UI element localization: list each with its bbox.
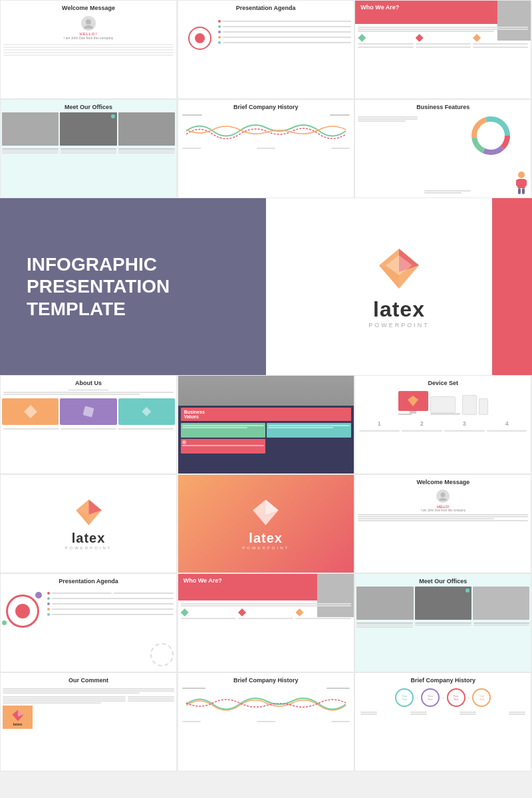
agenda-text — [52, 608, 174, 610]
diamond-icon — [416, 34, 424, 42]
diamond-icon — [473, 34, 481, 42]
outer-circle — [6, 595, 39, 628]
bizvalues-title2: Values — [184, 414, 348, 419]
agenda-inner — [195, 33, 205, 43]
text-line — [356, 624, 413, 626]
svg-point-25 — [439, 498, 447, 501]
diamond-icon — [24, 405, 37, 418]
latex-logo-gradient: latex POWERPOINT — [178, 475, 354, 573]
text-line — [360, 714, 377, 715]
hero-right: latex POWERPOINT — [266, 198, 532, 375]
diamond-icon — [295, 608, 303, 616]
device-num-3: 3 — [463, 420, 466, 427]
text-line — [3, 55, 174, 56]
comment-aside — [128, 696, 174, 702]
who-icons — [358, 34, 528, 49]
step-3: YourText — [447, 688, 466, 707]
slide-pres-agenda-2: Presentation Agenda — [0, 573, 177, 672]
slide-meet-offices: Meet Our Offices — [0, 99, 177, 198]
about-card-purple — [60, 398, 116, 425]
comment-body: latex — [3, 696, 174, 729]
text-line — [358, 516, 528, 517]
text-line — [181, 618, 236, 619]
text-line — [473, 622, 530, 624]
dot-icon — [182, 440, 186, 444]
who-icon-box — [181, 608, 236, 620]
who-icon-box — [238, 608, 293, 620]
text-line — [257, 721, 275, 722]
text-line — [473, 47, 528, 48]
text-line — [2, 148, 59, 150]
text-line — [182, 425, 264, 426]
device-col — [487, 430, 527, 432]
text-line — [3, 700, 126, 702]
phone-icon — [479, 398, 488, 415]
text-line — [460, 714, 476, 715]
welcome2-text — [355, 514, 531, 521]
slide-content-agenda — [178, 13, 354, 98]
office-photo-1 — [2, 112, 59, 146]
agenda-item — [47, 602, 174, 605]
text-line — [487, 430, 527, 432]
logo-text: latex — [373, 297, 425, 322]
laptop-base — [430, 413, 460, 415]
history3-col — [460, 711, 476, 716]
step-2: YourText — [421, 688, 440, 707]
text-line — [460, 712, 476, 713]
slide-content-offices2 — [355, 587, 531, 672]
agenda2-lines — [47, 592, 174, 618]
about-card-teal — [118, 398, 175, 425]
agenda-item — [47, 597, 174, 600]
text-line — [182, 721, 201, 722]
offices-col — [415, 622, 471, 628]
tablet-icon — [462, 395, 477, 415]
step-1: YourText — [395, 688, 414, 707]
logo-diamond-icon — [74, 497, 104, 527]
office-photo-2 — [60, 112, 116, 146]
name-label: I am John Doe from this company — [1, 36, 176, 40]
text-line — [2, 150, 59, 152]
step-arrow: › — [416, 695, 418, 701]
text-line — [295, 618, 350, 619]
wave-icon — [82, 406, 94, 417]
bizvalue-card — [181, 439, 265, 454]
text-line — [358, 118, 418, 120]
who-icon-box — [358, 34, 413, 49]
who2-icons — [181, 608, 351, 620]
text-line — [3, 696, 126, 698]
slide-content-who: Who We Are? — [355, 1, 531, 98]
image-overlay — [178, 376, 354, 406]
text-line — [415, 624, 471, 626]
comment-brand: latex — [13, 722, 23, 726]
features-left-text — [358, 116, 418, 122]
device-labels — [355, 428, 531, 434]
text-line — [444, 430, 485, 432]
avatar-2 — [436, 489, 450, 503]
agenda-item — [218, 20, 351, 23]
about-text — [1, 392, 176, 397]
diamond-icon — [142, 407, 151, 416]
agenda-item — [47, 613, 174, 616]
slide-content-bizvalues: Business Values — [178, 376, 354, 473]
history-label — [331, 147, 350, 150]
name-label-2: I am John Doe from this company — [355, 509, 531, 512]
who-icon-box — [473, 34, 528, 49]
offices-col — [118, 148, 175, 154]
logo-sub: POWERPOINT — [368, 322, 430, 329]
text-line — [358, 518, 494, 519]
agenda-text — [223, 42, 351, 43]
text-line — [416, 47, 471, 48]
laptop-icon — [430, 396, 460, 415]
features-right-text — [424, 190, 471, 194]
agenda-item — [218, 36, 351, 39]
about-divider — [68, 390, 108, 390]
monitor-icon — [398, 391, 428, 415]
step-text: YourText — [402, 694, 407, 701]
avatar — [81, 16, 96, 31]
slide-about-us: About Us — [0, 375, 177, 474]
agenda-text — [223, 26, 351, 27]
agenda-dot — [47, 608, 50, 610]
text-line — [3, 702, 101, 704]
text-line — [331, 148, 350, 149]
device-num-1: 1 — [378, 420, 381, 427]
